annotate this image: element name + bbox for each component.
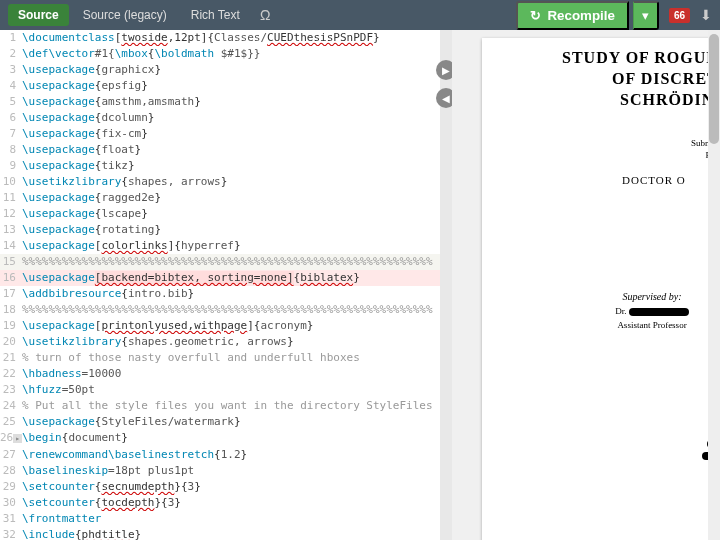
code-line[interactable]: 8\usepackage{float} (0, 142, 440, 158)
code-line[interactable]: 23\hfuzz=50pt (0, 382, 440, 398)
code-line[interactable]: 7\usepackage{fix-cm} (0, 126, 440, 142)
rich-text-tab[interactable]: Rich Text (181, 4, 250, 26)
code-line[interactable]: 20\usetikzlibrary{shapes.geometric, arro… (0, 334, 440, 350)
code-content[interactable]: \usepackage{graphicx} (22, 62, 440, 78)
code-line[interactable]: 5\usepackage{amsthm,amsmath} (0, 94, 440, 110)
recompile-label: Recompile (547, 8, 614, 23)
line-number: 9 (0, 158, 22, 174)
code-line[interactable]: 13\usepackage{rotating} (0, 222, 440, 238)
code-line[interactable]: 10\usetikzlibrary{shapes, arrows} (0, 174, 440, 190)
code-line[interactable]: 14\usepackage[colorlinks]{hyperref} (0, 238, 440, 254)
line-number: 27 (0, 447, 22, 463)
recompile-button[interactable]: ↻ Recompile (516, 1, 628, 30)
code-content[interactable]: \setcounter{tocdepth}{3} (22, 495, 440, 511)
code-content[interactable]: %%%%%%%%%%%%%%%%%%%%%%%%%%%%%%%%%%%%%%%%… (22, 254, 440, 270)
code-line[interactable]: 17\addbibresource{intro.bib} (0, 286, 440, 302)
code-editor[interactable]: 1\documentclass[twoside,12pt]{Classes/CU… (0, 30, 440, 540)
preview-scrollbar[interactable] (708, 30, 720, 540)
code-line[interactable]: 3\usepackage{graphicx} (0, 62, 440, 78)
code-content[interactable]: \usepackage{ragged2e} (22, 190, 440, 206)
code-content[interactable]: \renewcommand\baselinestretch{1.2} (22, 447, 440, 463)
code-content[interactable]: \baselineskip=18pt plus1pt (22, 463, 440, 479)
scrollbar-thumb[interactable] (709, 34, 719, 144)
line-number: 21 (0, 350, 22, 366)
source-tab[interactable]: Source (8, 4, 69, 26)
code-line[interactable]: 16\usepackage[backend=bibtex, sorting=no… (0, 270, 440, 286)
code-content[interactable]: \usepackage{rotating} (22, 222, 440, 238)
pdf-preview[interactable]: STUDY OF ROGUE OF DISCRET SCHRÖDIN Submi… (452, 30, 720, 540)
line-number: 20 (0, 334, 22, 350)
code-line[interactable]: 25\usepackage{StyleFiles/watermark} (0, 414, 440, 430)
line-number: 17 (0, 286, 22, 302)
line-number: 14 (0, 238, 22, 254)
code-line[interactable]: 19\usepackage[printonlyused,withpage]{ac… (0, 318, 440, 334)
code-content[interactable]: \usetikzlibrary{shapes, arrows} (22, 174, 440, 190)
code-line[interactable]: 1\documentclass[twoside,12pt]{Classes/CU… (0, 30, 440, 46)
line-number: 13 (0, 222, 22, 238)
error-count-badge[interactable]: 66 (669, 8, 690, 23)
pdf-page: STUDY OF ROGUE OF DISCRET SCHRÖDIN Submi… (482, 38, 720, 540)
code-content[interactable]: \usetikzlibrary{shapes.geometric, arrows… (22, 334, 440, 350)
code-line[interactable]: 27\renewcommand\baselinestretch{1.2} (0, 447, 440, 463)
recompile-dropdown[interactable]: ▾ (633, 1, 659, 30)
thesis-title: STUDY OF ROGUE OF DISCRET SCHRÖDIN (562, 48, 720, 110)
code-line[interactable]: 32\include{phdtitle} (0, 527, 440, 540)
line-number: 25 (0, 414, 22, 430)
code-content[interactable]: \usepackage{lscape} (22, 206, 440, 222)
code-content[interactable]: \hbadness=10000 (22, 366, 440, 382)
code-line[interactable]: 28\baselineskip=18pt plus1pt (0, 463, 440, 479)
source-legacy-tab[interactable]: Source (legacy) (73, 4, 177, 26)
code-content[interactable]: \usepackage{amsthm,amsmath} (22, 94, 440, 110)
line-number: 24 (0, 398, 22, 414)
code-line[interactable]: 9\usepackage{tikz} (0, 158, 440, 174)
degree-text: DOCTOR O (622, 174, 720, 186)
code-content[interactable]: \frontmatter (22, 511, 440, 527)
refresh-icon: ↻ (530, 8, 541, 23)
code-content[interactable]: \usepackage[colorlinks]{hyperref} (22, 238, 440, 254)
roll-text: Roll N (562, 221, 720, 231)
code-line[interactable]: 26▸\begin{document} (0, 430, 440, 447)
code-content[interactable]: % turn of those nasty overfull and under… (22, 350, 440, 366)
code-content[interactable]: \usepackage{epsfig} (22, 78, 440, 94)
code-line[interactable]: 11\usepackage{ragged2e} (0, 190, 440, 206)
code-line[interactable]: 18%%%%%%%%%%%%%%%%%%%%%%%%%%%%%%%%%%%%%%… (0, 302, 440, 318)
code-content[interactable]: % Put all the style files you want in th… (22, 398, 440, 414)
pane-divider[interactable]: ▶ ◀ (440, 30, 452, 540)
line-number: 2 (0, 46, 22, 62)
code-line[interactable]: 21% turn of those nasty overfull and und… (0, 350, 440, 366)
supervised-by: Supervised by: (562, 291, 720, 302)
code-content[interactable]: \usepackage{tikz} (22, 158, 440, 174)
line-number: 7 (0, 126, 22, 142)
code-content[interactable]: \addbibresource{intro.bib} (22, 286, 440, 302)
symbol-palette-button[interactable]: Ω (254, 7, 276, 23)
code-content[interactable]: \setcounter{secnumdepth}{3} (22, 479, 440, 495)
download-icon[interactable]: ⬇ (700, 7, 712, 23)
line-number: 15 (0, 254, 22, 270)
code-line[interactable]: 31\frontmatter (0, 511, 440, 527)
code-line[interactable]: 22\hbadness=10000 (0, 366, 440, 382)
top-toolbar: Source Source (legacy) Rich Text Ω ↻ Rec… (0, 0, 720, 30)
code-content[interactable]: %%%%%%%%%%%%%%%%%%%%%%%%%%%%%%%%%%%%%%%%… (22, 302, 440, 318)
code-content[interactable]: \def\vector#1{\mbox{\boldmath $#1$}} (22, 46, 440, 62)
code-content[interactable]: \usepackage[printonlyused,withpage]{acro… (22, 318, 440, 334)
line-number: 16 (0, 270, 22, 286)
code-content[interactable]: \usepackage{float} (22, 142, 440, 158)
code-content[interactable]: \usepackage[backend=bibtex, sorting=none… (22, 270, 440, 286)
code-content[interactable]: \documentclass[twoside,12pt]{Classes/CUE… (22, 30, 440, 46)
code-content[interactable]: \include{phdtitle} (22, 527, 440, 540)
code-content[interactable]: \usepackage{dcolumn} (22, 110, 440, 126)
code-line[interactable]: 12\usepackage{lscape} (0, 206, 440, 222)
code-line[interactable]: 29\setcounter{secnumdepth}{3} (0, 479, 440, 495)
code-line[interactable]: 4\usepackage{epsfig} (0, 78, 440, 94)
line-number: 4 (0, 78, 22, 94)
code-content[interactable]: \begin{document} (22, 430, 440, 447)
code-line[interactable]: 2\def\vector#1{\mbox{\boldmath $#1$}} (0, 46, 440, 62)
code-line[interactable]: 30\setcounter{tocdepth}{3} (0, 495, 440, 511)
code-line[interactable]: 24% Put all the style files you want in … (0, 398, 440, 414)
code-content[interactable]: \hfuzz=50pt (22, 382, 440, 398)
redacted-supervisor (629, 308, 689, 316)
code-content[interactable]: \usepackage{StyleFiles/watermark} (22, 414, 440, 430)
code-line[interactable]: 6\usepackage{dcolumn} (0, 110, 440, 126)
code-line[interactable]: 15%%%%%%%%%%%%%%%%%%%%%%%%%%%%%%%%%%%%%%… (0, 254, 440, 270)
code-content[interactable]: \usepackage{fix-cm} (22, 126, 440, 142)
